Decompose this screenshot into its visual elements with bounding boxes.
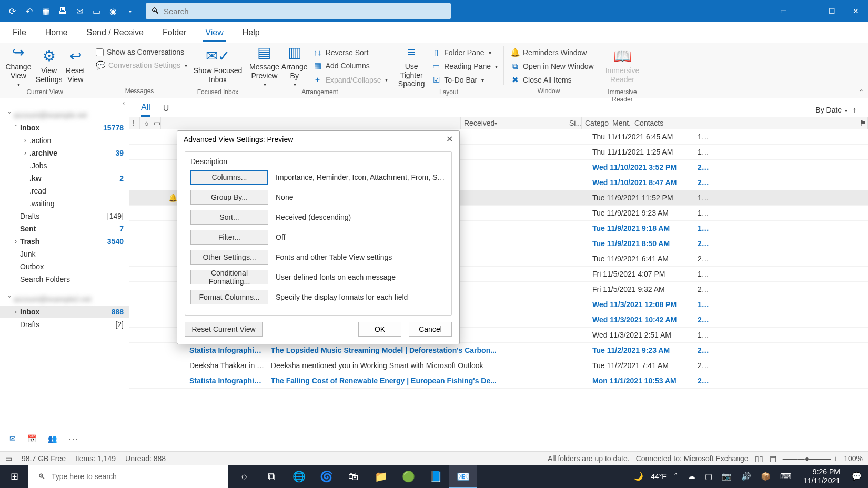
view-normal-icon[interactable]: ▯▯: [755, 454, 763, 463]
nav-drafts[interactable]: Drafts[149]: [0, 210, 129, 222]
col-reminder[interactable]: ☼: [140, 117, 150, 129]
nav-outbox[interactable]: Outbox: [0, 260, 129, 273]
refresh-icon[interactable]: ⟳: [7, 6, 17, 16]
tab-help[interactable]: Help: [240, 24, 262, 42]
volume-icon[interactable]: 🔊: [739, 472, 753, 481]
zoom-level[interactable]: 100%: [844, 454, 863, 463]
nav-account-2[interactable]: ˅account@example2.net: [0, 293, 129, 306]
col-categories[interactable]: Catego...: [582, 117, 609, 129]
apps-icon[interactable]: ▦: [41, 6, 51, 16]
reminders-window-button[interactable]: 🔔Reminders Window: [507, 46, 597, 59]
word-icon[interactable]: 📘: [422, 465, 449, 488]
chrome-alt-icon[interactable]: 🟢: [395, 465, 422, 488]
nav-waiting[interactable]: .waiting: [0, 197, 129, 210]
weather-temp[interactable]: 44°F: [651, 472, 667, 481]
add-columns-button[interactable]: ▦Add Columns: [310, 59, 391, 72]
nav-inbox-2[interactable]: ›Inbox888: [0, 306, 129, 318]
col-importance[interactable]: !: [129, 117, 140, 129]
dialog-setting-button[interactable]: Filter...: [190, 230, 268, 245]
view-reading-icon[interactable]: ▤: [770, 454, 776, 463]
minimize-button[interactable]: ―: [795, 0, 820, 22]
dialog-setting-button[interactable]: Group By...: [190, 190, 268, 205]
col-size[interactable]: Si...: [566, 117, 582, 129]
search-input[interactable]: [146, 3, 451, 19]
filter-unread-tab[interactable]: U: [163, 104, 169, 116]
taskbar-search[interactable]: 🔍︎ Type here to search: [28, 465, 228, 488]
nav-drafts-2[interactable]: Drafts[2]: [0, 318, 129, 331]
tray-chevron-icon[interactable]: ˄: [672, 472, 680, 481]
reverse-sort-button[interactable]: ↑↓Reverse Sort: [310, 46, 391, 58]
show-conversations-input[interactable]: [96, 48, 104, 56]
collapse-nav-icon[interactable]: ‹: [0, 98, 129, 108]
new-window-button[interactable]: ⧉Open in New Window: [507, 60, 597, 73]
dialog-setting-button[interactable]: Sort...: [190, 210, 268, 225]
collapse-ribbon-icon[interactable]: ⌃: [859, 88, 864, 96]
undo-icon[interactable]: ↶: [24, 6, 34, 16]
calendar-nav-icon[interactable]: 📅: [27, 434, 36, 443]
calendar-icon[interactable]: ▭: [91, 6, 102, 16]
people-nav-icon[interactable]: 👥: [48, 434, 57, 443]
arrange-by-button[interactable]: ▥ Arrange By ▾: [281, 45, 308, 87]
dialog-setting-button[interactable]: Conditional Formatting...: [190, 270, 268, 284]
col-attachment[interactable]: [161, 117, 171, 129]
keyboard-icon[interactable]: ⌨: [778, 472, 794, 481]
col-mentions[interactable]: Ment...: [609, 117, 631, 129]
quick-access-more-icon[interactable]: ▾: [125, 6, 135, 16]
clock[interactable]: 9:26 PM 11/11/2021: [799, 467, 844, 485]
view-settings-button[interactable]: ⚙ View Settings: [36, 45, 63, 87]
show-focused-inbox-button[interactable]: ✉✓ Show Focused Inbox: [193, 45, 243, 87]
message-row[interactable]: Statista Infographics Bull...The Lopside…: [129, 343, 868, 358]
tab-view[interactable]: View: [203, 24, 225, 42]
nav-search-folders[interactable]: Search Folders: [0, 273, 129, 286]
onedrive-icon[interactable]: ☁: [685, 472, 698, 481]
message-row[interactable]: Deeksha Thakkar in TeamsDeeksha mentione…: [129, 358, 868, 373]
col-flag[interactable]: ⚑: [856, 117, 868, 129]
dialog-setting-button[interactable]: Other Settings...: [190, 250, 268, 265]
ok-button[interactable]: OK: [358, 322, 401, 337]
maximize-button[interactable]: ☐: [820, 0, 844, 22]
nav-junk[interactable]: Junk: [0, 248, 129, 260]
close-button[interactable]: ✕: [844, 0, 868, 22]
sort-by-date[interactable]: By Date ▾: [815, 106, 847, 114]
todo-bar-button[interactable]: ☑To-Do Bar▾: [428, 74, 501, 86]
meet-icon[interactable]: ▢: [703, 472, 714, 481]
mail-nav-icon[interactable]: ✉: [9, 434, 16, 443]
dialog-setting-button[interactable]: Columns...: [190, 170, 268, 185]
cortana-icon[interactable]: ○: [230, 465, 258, 488]
reset-current-view-button[interactable]: Reset Current View: [185, 322, 263, 337]
folder-pane-button[interactable]: ▯Folder Pane▾: [428, 46, 501, 59]
nav-read[interactable]: .read: [0, 185, 129, 197]
explorer-icon[interactable]: 📁: [367, 465, 395, 488]
show-conversations-checkbox[interactable]: Show as Conversations: [93, 46, 190, 58]
dialog-setting-button[interactable]: Format Columns...: [190, 290, 268, 304]
nav-jobs[interactable]: .Jobs: [0, 159, 129, 172]
tab-file[interactable]: File: [11, 24, 28, 42]
print-icon[interactable]: 🖶: [57, 6, 68, 16]
tighter-spacing-button[interactable]: ≡ Use Tighter Spacing: [397, 45, 426, 87]
col-contacts[interactable]: Contacts: [631, 117, 856, 129]
cancel-button[interactable]: Cancel: [409, 322, 452, 337]
nav-inbox[interactable]: ˅Inbox15778: [0, 121, 129, 134]
outlook-taskbar-icon[interactable]: 📧: [449, 465, 477, 488]
col-from-subject[interactable]: [171, 117, 461, 129]
nav-tree[interactable]: ˅account@example.net ˅Inbox15778 ›.actio…: [0, 108, 129, 425]
coming-soon-icon[interactable]: ▭: [771, 0, 795, 22]
sort-direction-icon[interactable]: ↑: [853, 106, 856, 114]
chrome-icon[interactable]: 🌐: [285, 465, 312, 488]
tab-home[interactable]: Home: [43, 24, 70, 42]
edge-icon[interactable]: 🌀: [312, 465, 340, 488]
start-button[interactable]: ⊞: [0, 465, 28, 488]
nav-action[interactable]: ›.action: [0, 134, 129, 147]
nav-archive[interactable]: ›.archive39: [0, 147, 129, 159]
nav-account-1[interactable]: ˅account@example.net: [0, 109, 129, 121]
store-icon[interactable]: 🛍: [340, 465, 367, 488]
col-icon[interactable]: ▭: [150, 117, 161, 129]
message-row[interactable]: Statista Infographics Bull...The Falling…: [129, 373, 868, 389]
camera-icon[interactable]: 📷: [720, 472, 734, 481]
filter-all-tab[interactable]: All: [141, 103, 150, 117]
nav-trash[interactable]: ›Trash3540: [0, 235, 129, 248]
change-view-button[interactable]: ↪ Change View ▾: [3, 45, 34, 87]
message-preview-button[interactable]: ▤ Message Preview ▾: [249, 45, 279, 87]
tab-folder[interactable]: Folder: [160, 24, 188, 42]
dialog-close-button[interactable]: ✕: [446, 134, 453, 144]
